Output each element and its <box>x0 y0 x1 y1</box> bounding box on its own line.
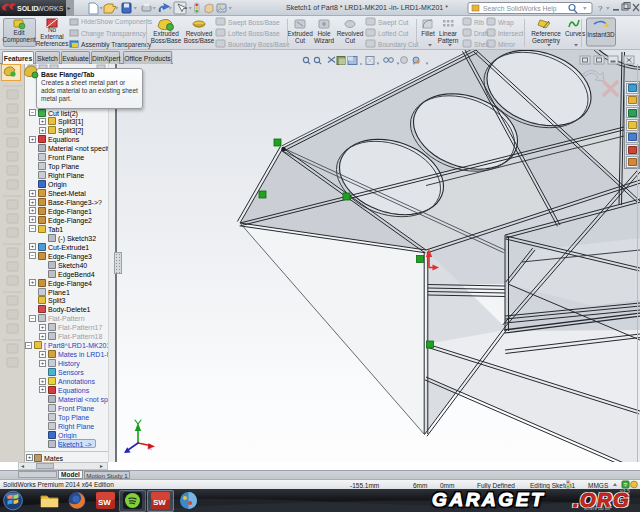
svg-text:Search SolidWorks Help: Search SolidWorks Help <box>483 5 557 13</box>
svg-text:Sketch1 of Part8 * LRD1-MK201: Sketch1 of Part8 * LRD1-MK201 -in- LRD1-… <box>286 4 448 11</box>
svg-text:?: ? <box>598 4 603 13</box>
svg-text:SW: SW <box>98 498 111 507</box>
svg-text:SW: SW <box>153 498 166 507</box>
svg-text:X: X <box>148 445 152 451</box>
